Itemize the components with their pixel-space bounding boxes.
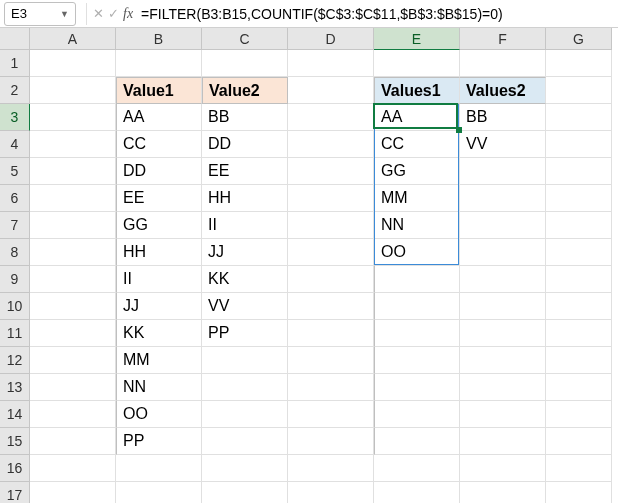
cell-C13[interactable] (202, 374, 288, 401)
row-header-13[interactable]: 13 (0, 374, 30, 401)
cell-G12[interactable] (546, 347, 612, 374)
cell-C14[interactable] (202, 401, 288, 428)
column-header-D[interactable]: D (288, 28, 374, 50)
cell-A3[interactable] (30, 104, 116, 131)
cell-F16[interactable] (460, 455, 546, 482)
cell-A7[interactable] (30, 212, 116, 239)
cell-E13[interactable] (374, 374, 460, 401)
cell-B6[interactable]: EE (116, 185, 202, 212)
cell-E16[interactable] (374, 455, 460, 482)
column-header-F[interactable]: F (460, 28, 546, 50)
cell-A11[interactable] (30, 320, 116, 347)
cell-G3[interactable] (546, 104, 612, 131)
chevron-down-icon[interactable]: ▼ (60, 9, 69, 19)
cell-E8[interactable]: OO (374, 239, 460, 266)
cell-C1[interactable] (202, 50, 288, 77)
cell-E10[interactable] (374, 293, 460, 320)
cell-A4[interactable] (30, 131, 116, 158)
cell-F17[interactable] (460, 482, 546, 503)
cell-G10[interactable] (546, 293, 612, 320)
cell-B1[interactable] (116, 50, 202, 77)
cell-B8[interactable]: HH (116, 239, 202, 266)
cell-F10[interactable] (460, 293, 546, 320)
cell-D1[interactable] (288, 50, 374, 77)
cell-A5[interactable] (30, 158, 116, 185)
cell-B14[interactable]: OO (116, 401, 202, 428)
column-header-G[interactable]: G (546, 28, 612, 50)
cell-C10[interactable]: VV (202, 293, 288, 320)
cell-C6[interactable]: HH (202, 185, 288, 212)
row-header-15[interactable]: 15 (0, 428, 30, 455)
cell-D14[interactable] (288, 401, 374, 428)
cell-D2[interactable] (288, 77, 374, 104)
cell-G15[interactable] (546, 428, 612, 455)
cell-A9[interactable] (30, 266, 116, 293)
cell-C9[interactable]: KK (202, 266, 288, 293)
cancel-icon[interactable]: ✕ (93, 6, 104, 21)
cell-A1[interactable] (30, 50, 116, 77)
column-header-B[interactable]: B (116, 28, 202, 50)
cell-F5[interactable] (460, 158, 546, 185)
cell-C8[interactable]: JJ (202, 239, 288, 266)
cell-E12[interactable] (374, 347, 460, 374)
confirm-icon[interactable]: ✓ (108, 6, 119, 21)
cell-F1[interactable] (460, 50, 546, 77)
cell-C16[interactable] (202, 455, 288, 482)
cell-A14[interactable] (30, 401, 116, 428)
row-header-4[interactable]: 4 (0, 131, 30, 158)
cell-D6[interactable] (288, 185, 374, 212)
cell-A15[interactable] (30, 428, 116, 455)
cell-A2[interactable] (30, 77, 116, 104)
select-all-button[interactable] (0, 28, 30, 50)
cell-B7[interactable]: GG (116, 212, 202, 239)
cell-B4[interactable]: CC (116, 131, 202, 158)
cell-E4[interactable]: CC (374, 131, 460, 158)
row-header-6[interactable]: 6 (0, 185, 30, 212)
cell-D3[interactable] (288, 104, 374, 131)
cell-B5[interactable]: DD (116, 158, 202, 185)
cell-E14[interactable] (374, 401, 460, 428)
cell-F7[interactable] (460, 212, 546, 239)
cell-F6[interactable] (460, 185, 546, 212)
name-box[interactable]: E3 ▼ (4, 2, 76, 26)
cell-C2[interactable]: Value2 (202, 77, 288, 104)
cell-C7[interactable]: II (202, 212, 288, 239)
cell-G11[interactable] (546, 320, 612, 347)
column-header-E[interactable]: E (374, 28, 460, 50)
cell-F2[interactable]: Values2 (460, 77, 546, 104)
cell-F4[interactable]: VV (460, 131, 546, 158)
cell-C11[interactable]: PP (202, 320, 288, 347)
cell-D8[interactable] (288, 239, 374, 266)
cell-F9[interactable] (460, 266, 546, 293)
cell-D10[interactable] (288, 293, 374, 320)
cell-B17[interactable] (116, 482, 202, 503)
column-header-C[interactable]: C (202, 28, 288, 50)
cell-D7[interactable] (288, 212, 374, 239)
cell-F11[interactable] (460, 320, 546, 347)
row-header-3[interactable]: 3 (0, 104, 30, 131)
cell-E2[interactable]: Values1 (374, 77, 460, 104)
cell-E7[interactable]: NN (374, 212, 460, 239)
cell-G8[interactable] (546, 239, 612, 266)
cell-G1[interactable] (546, 50, 612, 77)
cell-G13[interactable] (546, 374, 612, 401)
cell-A13[interactable] (30, 374, 116, 401)
cell-E1[interactable] (374, 50, 460, 77)
cell-D12[interactable] (288, 347, 374, 374)
cell-G16[interactable] (546, 455, 612, 482)
cell-C4[interactable]: DD (202, 131, 288, 158)
cell-A10[interactable] (30, 293, 116, 320)
row-header-2[interactable]: 2 (0, 77, 30, 104)
row-header-9[interactable]: 9 (0, 266, 30, 293)
cell-E11[interactable] (374, 320, 460, 347)
cell-G17[interactable] (546, 482, 612, 503)
cell-A8[interactable] (30, 239, 116, 266)
cell-B13[interactable]: NN (116, 374, 202, 401)
row-header-1[interactable]: 1 (0, 50, 30, 77)
row-header-17[interactable]: 17 (0, 482, 30, 503)
cell-D11[interactable] (288, 320, 374, 347)
cell-G4[interactable] (546, 131, 612, 158)
cell-B15[interactable]: PP (116, 428, 202, 455)
cell-G2[interactable] (546, 77, 612, 104)
row-header-14[interactable]: 14 (0, 401, 30, 428)
